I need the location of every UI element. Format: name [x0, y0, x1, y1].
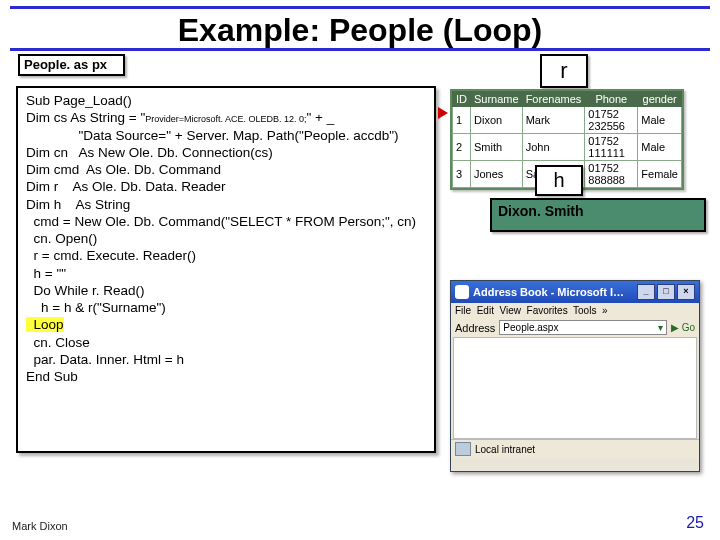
address-label: Address [455, 322, 495, 334]
browser-menubar[interactable]: File Edit View Favorites Tools » [451, 303, 699, 318]
slide-title: Example: People (Loop) [0, 12, 720, 49]
file-name-label: People. as px [18, 54, 125, 76]
highlighted-loop: Loop [26, 317, 64, 332]
close-button[interactable]: × [677, 284, 695, 300]
divider-top [10, 6, 710, 9]
address-input[interactable]: People.aspx▾ [499, 320, 667, 335]
browser-title: Address Book - Microsoft I… [473, 286, 624, 298]
browser-status-bar: Local intranet [451, 439, 699, 458]
var-h-label: h [535, 165, 583, 196]
ie-icon [455, 285, 469, 299]
browser-titlebar: Address Book - Microsoft I… _ □ × [451, 281, 699, 303]
table-row: 2SmithJohn01752 111111Male [453, 134, 682, 161]
browser-address-bar: Address People.aspx▾ ▶ Go [451, 318, 699, 337]
browser-content [453, 337, 697, 439]
row-pointer-icon [438, 107, 448, 119]
var-h-value: Dixon. Smith [490, 198, 706, 232]
browser-window: Address Book - Microsoft I… _ □ × File E… [450, 280, 700, 472]
var-r-label: r [540, 54, 588, 88]
divider-under-title [10, 48, 710, 51]
table-row: 1DixonMark01752 232556Male [453, 107, 682, 134]
intranet-icon [455, 442, 471, 456]
minimize-button[interactable]: _ [637, 284, 655, 300]
footer-author: Mark Dixon [12, 520, 68, 532]
go-button[interactable]: ▶ Go [671, 322, 695, 333]
maximize-button[interactable]: □ [657, 284, 675, 300]
code-block: Sub Page_Load() Dim cs As String = "Prov… [16, 86, 436, 453]
footer-page-number: 25 [686, 514, 704, 532]
